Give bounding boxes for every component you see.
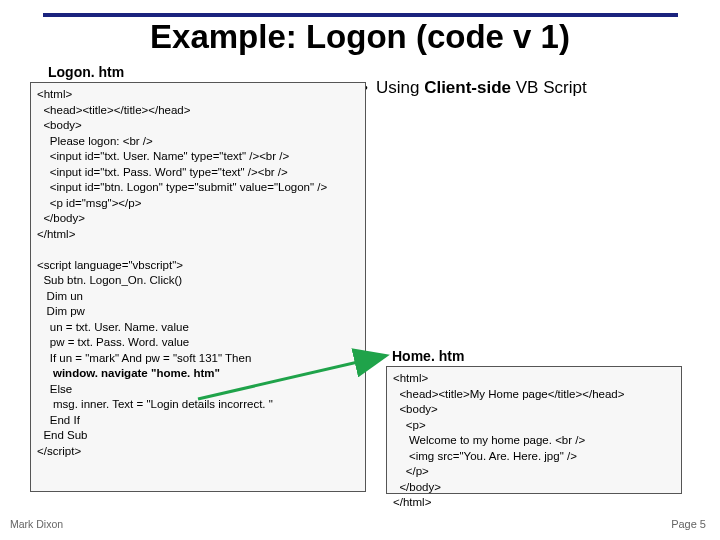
script-msg: msg. inner. Text = "Login details incorr… [37, 398, 273, 410]
script-dimun: Dim un [37, 290, 83, 302]
home-code-box: <html> <head><title>My Home page</title>… [386, 366, 682, 494]
script-sub: Sub btn. Logon_On. Click() [37, 274, 182, 286]
home-filename-label: Home. htm [392, 348, 464, 364]
home-code: <html> <head><title>My Home page</title>… [393, 372, 624, 508]
logon-filename-label: Logon. htm [48, 64, 124, 80]
using-bold: Client-side [424, 78, 511, 97]
logon-html-code: <html> <head><title></title></head> <bod… [37, 88, 327, 240]
using-post: VB Script [511, 78, 587, 97]
script-open: <script language="vbscript"> [37, 259, 183, 271]
script-if: If un = "mark" And pw = "soft 131" Then [37, 352, 251, 364]
script-navigate: window. navigate "home. htm" [37, 367, 220, 379]
script-close2: ipt> [62, 445, 81, 457]
header-rule [43, 13, 678, 17]
script-close: </scr [37, 445, 62, 457]
script-un: un = txt. User. Name. value [37, 321, 189, 333]
footer-author: Mark Dixon [10, 518, 63, 530]
script-endif: End If [37, 414, 80, 426]
using-pre: Using [376, 78, 424, 97]
page-title: Example: Logon (code v 1) [0, 18, 720, 56]
script-endsub: End Sub [37, 429, 88, 441]
footer-page: Page 5 [671, 518, 706, 530]
logon-code-box: <html> <head><title></title></head> <bod… [30, 82, 366, 492]
script-pw: pw = txt. Pass. Word. value [37, 336, 189, 348]
script-dimpw: Dim pw [37, 305, 85, 317]
script-else: Else [37, 383, 72, 395]
using-client-side-bullet: •Using Client-side VB Script [362, 78, 587, 98]
